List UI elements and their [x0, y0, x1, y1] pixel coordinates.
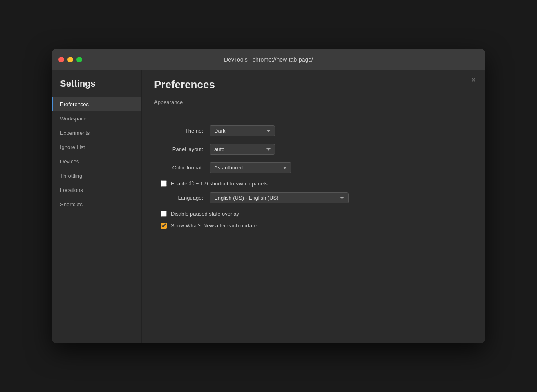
main-header: Preferences	[142, 70, 485, 95]
theme-select[interactable]: Dark System preference Light	[210, 125, 275, 136]
minimize-button[interactable]	[67, 57, 73, 62]
sidebar-item-throttling[interactable]: Throttling	[52, 169, 141, 183]
sidebar-item-ignore-list[interactable]: Ignore List	[52, 140, 141, 154]
sidebar-heading: Settings	[52, 78, 141, 97]
sidebar-item-shortcuts[interactable]: Shortcuts	[52, 197, 141, 212]
panel-layout-label: Panel layout:	[154, 146, 203, 152]
main-content: × Preferences Appearance Theme: Dark Sys…	[142, 70, 485, 343]
shortcut-checkbox-row: Enable ⌘ + 1-9 shortcut to switch panels	[154, 180, 473, 187]
panel-layout-select[interactable]: auto horizontal vertical	[210, 144, 275, 155]
sidebar-item-workspace[interactable]: Workspace	[52, 111, 141, 126]
sidebar-item-locations[interactable]: Locations	[52, 183, 141, 197]
sidebar-item-devices[interactable]: Devices	[52, 154, 141, 169]
window-body: Settings Preferences Workspace Experimen…	[52, 70, 485, 343]
content-area: Appearance Theme: Dark System preference…	[142, 95, 485, 343]
show-whats-new-row: Show What's New after each update	[154, 223, 473, 229]
panel-layout-row: Panel layout: auto horizontal vertical	[154, 144, 473, 155]
shortcut-label: Enable ⌘ + 1-9 shortcut to switch panels	[171, 180, 268, 187]
color-format-label: Color format:	[154, 165, 203, 171]
language-row: Language: English (US) - English (US) De…	[154, 192, 473, 203]
show-whats-new-checkbox[interactable]	[161, 223, 167, 229]
window-title: DevTools - chrome://new-tab-page/	[224, 56, 313, 63]
language-label: Language:	[154, 195, 203, 201]
theme-label: Theme:	[154, 128, 203, 134]
page-title: Preferences	[154, 78, 473, 91]
section-appearance-title: Appearance	[154, 99, 473, 109]
sidebar-item-experiments[interactable]: Experiments	[52, 126, 141, 140]
disable-paused-label: Disable paused state overlay	[171, 211, 239, 217]
devtools-window: DevTools - chrome://new-tab-page/ Settin…	[52, 49, 485, 343]
theme-row: Theme: Dark System preference Light	[154, 125, 473, 136]
language-select[interactable]: English (US) - English (US) Deutsch Espa…	[210, 192, 349, 203]
sidebar-item-preferences[interactable]: Preferences	[52, 97, 141, 111]
color-format-row: Color format: As authored HEX RGB HSL	[154, 162, 473, 173]
disable-paused-checkbox[interactable]	[161, 211, 167, 217]
settings-close-button[interactable]: ×	[469, 75, 479, 85]
sidebar: Settings Preferences Workspace Experimen…	[52, 70, 142, 343]
close-button[interactable]	[58, 57, 64, 62]
shortcut-checkbox[interactable]	[161, 180, 167, 187]
disable-paused-row: Disable paused state overlay	[154, 211, 473, 217]
color-format-select[interactable]: As authored HEX RGB HSL	[210, 162, 291, 173]
divider	[154, 117, 473, 117]
traffic-lights	[58, 57, 82, 62]
show-whats-new-label: Show What's New after each update	[171, 223, 257, 229]
titlebar: DevTools - chrome://new-tab-page/	[52, 49, 485, 70]
maximize-button[interactable]	[76, 57, 82, 62]
